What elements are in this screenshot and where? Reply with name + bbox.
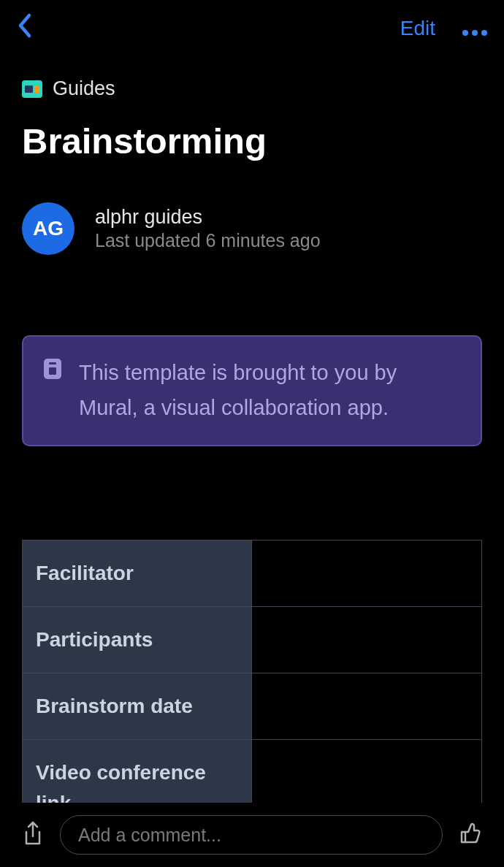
table-value-cell[interactable] <box>252 607 481 673</box>
thumbs-up-button[interactable] <box>459 822 482 848</box>
svg-point-2 <box>481 30 487 36</box>
back-button[interactable] <box>16 12 32 45</box>
table-header-cell: Participants <box>23 607 252 673</box>
table-row: Brainstorm date <box>23 673 481 740</box>
last-updated: Last updated 6 minutes ago <box>95 230 321 251</box>
page-title: Brainstorming <box>22 121 482 161</box>
edit-button[interactable]: Edit <box>400 17 435 40</box>
callout-block: This template is brought to you by Mural… <box>22 335 482 446</box>
avatar: AG <box>22 202 75 255</box>
comment-input[interactable] <box>78 825 424 846</box>
share-button[interactable] <box>22 820 44 849</box>
callout-text: This template is brought to you by Mural… <box>79 356 460 426</box>
table-row: Participants <box>23 607 481 673</box>
info-table: Facilitator Participants Brainstorm date… <box>22 540 482 836</box>
breadcrumb-label: Guides <box>53 77 115 100</box>
top-nav: Edit <box>0 0 504 57</box>
author-name: alphr guides <box>95 206 321 229</box>
bottom-toolbar <box>0 803 504 867</box>
table-value-cell[interactable] <box>252 541 481 606</box>
table-header-cell: Facilitator <box>23 541 252 606</box>
table-value-cell[interactable] <box>252 673 481 739</box>
table-header-cell: Brainstorm date <box>23 673 252 739</box>
author-row[interactable]: AG alphr guides Last updated 6 minutes a… <box>22 202 482 255</box>
breadcrumb[interactable]: Guides <box>22 77 482 100</box>
more-options-button[interactable] <box>462 15 488 42</box>
comment-input-container[interactable] <box>60 815 443 855</box>
table-row: Facilitator <box>23 541 481 607</box>
svg-point-0 <box>462 30 468 36</box>
page-content: Guides Brainstorming AG alphr guides Las… <box>0 57 504 836</box>
note-icon <box>44 359 61 379</box>
svg-point-1 <box>472 30 478 36</box>
guides-icon <box>22 80 42 98</box>
